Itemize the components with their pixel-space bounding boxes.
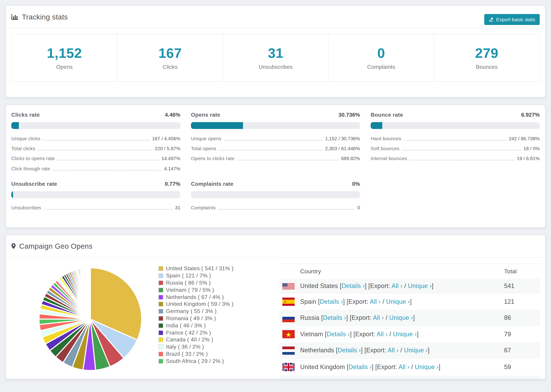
export-unique-link[interactable]: Unique ›: [389, 315, 413, 321]
geo-total-cell: 59: [504, 364, 540, 371]
country-name: Vietnam: [300, 331, 323, 338]
flag-us-icon: [282, 283, 295, 289]
rate-detail-label: Internal bounces: [371, 156, 407, 161]
stat-value: 31: [268, 45, 283, 61]
export-all-link[interactable]: All ›: [388, 347, 399, 354]
legend-swatch: [158, 316, 163, 321]
unsubscribe-rate-block: Unsubscribe rate0.77%Unsubscribes31: [11, 181, 180, 213]
legend-label: Germany ( 55 / 3% ): [166, 308, 217, 314]
details-link[interactable]: Details ›: [323, 315, 346, 321]
rate-detail-value: 18 / 0%: [523, 146, 540, 151]
clicks-rate-block: Clicks rate4.46%Unique clicks167 / 4.456…: [11, 112, 180, 173]
export-unique-link[interactable]: Unique ›: [386, 298, 410, 305]
legend-swatch: [158, 337, 163, 342]
stat-label: Clicks: [162, 64, 178, 70]
details-link[interactable]: Details ›: [349, 364, 372, 370]
rate-detail-label: Clicks to opens rate: [11, 156, 55, 161]
geo-country-cell: United States [Details ›] [Export: All ›…: [300, 283, 504, 290]
rate-value: 30.736%: [339, 112, 360, 118]
legend-label: Spain ( 121 / 7% ): [166, 273, 211, 279]
rates-card: Clicks rate4.46%Unique clicks167 / 4.456…: [6, 105, 545, 228]
export-unique-link[interactable]: Unique ›: [415, 364, 438, 370]
flag-nl-icon: [282, 347, 295, 355]
rate-detail-label: Hard bounces: [371, 136, 401, 141]
geo-table-row-nl: Netherlands [Details ›] [Export: All › /…: [280, 343, 540, 359]
export-all-link[interactable]: All ›: [373, 315, 384, 321]
export-all-link[interactable]: All ›: [399, 364, 410, 370]
export-unique-link[interactable]: Unique ›: [408, 283, 432, 290]
legend-label: Canada ( 40 / 2% ): [166, 337, 213, 343]
rate-title: Unsubscribe rate: [11, 181, 57, 187]
export-all-link[interactable]: All ›: [377, 331, 388, 338]
stat-complaints: 0Complaints: [328, 34, 434, 81]
geo-table-header-country: Country: [300, 268, 321, 275]
rate-value: 0.77%: [165, 181, 180, 187]
campaign-geo-header: Campaign Geo Opens: [6, 235, 545, 258]
legend-swatch: [158, 295, 163, 300]
bar-chart-icon: [11, 14, 19, 20]
export-unique-link[interactable]: Unique ›: [393, 331, 417, 338]
flag-ru-icon: [282, 314, 295, 322]
legend-item: Netherlands ( 67 / 4% ): [158, 294, 233, 301]
legend-swatch: [158, 359, 163, 364]
details-link[interactable]: Details ›: [342, 283, 365, 290]
stat-label: Opens: [56, 64, 72, 70]
rate-detail-value: 220 / 5.87%: [155, 146, 180, 151]
rate-detail-value: 689.82%: [341, 156, 360, 161]
rate-progress-bar: [371, 122, 540, 129]
rate-detail-row: Clicks to opens rate14.497%: [11, 154, 180, 163]
stat-opens: 1,152Opens: [12, 34, 117, 81]
geo-table-header: Country Total: [280, 264, 540, 279]
legend-item: United States ( 541 / 31% ): [158, 265, 233, 272]
legend-item: Germany ( 55 / 3% ): [158, 308, 233, 315]
rate-detail-value: 167 / 4.456%: [152, 136, 180, 141]
geo-total-cell: 541: [504, 283, 540, 290]
details-link[interactable]: Details ›: [327, 331, 350, 338]
rate-value: 6.927%: [521, 112, 540, 118]
rate-detail-row: Unique opens1,152 / 30.736%: [191, 133, 360, 143]
legend-label: South Africa ( 29 / 2% ): [166, 358, 224, 364]
export-all-link[interactable]: All ›: [391, 283, 403, 290]
legend-item: Russia ( 86 / 5% ): [158, 279, 233, 287]
rate-detail-label: Unique clicks: [11, 136, 40, 141]
legend-label: France ( 42 / 2% ): [166, 329, 211, 336]
rate-detail-row: Total clicks220 / 5.87%: [11, 143, 180, 154]
rate-detail-value: 31: [175, 205, 180, 210]
rate-progress-bar: [11, 191, 180, 198]
stat-clicks: 167Clicks: [117, 34, 223, 81]
geo-table-row-es: Spain [Details ›] [Export: All › / Uniqu…: [280, 294, 540, 310]
rate-detail-label: Complaints: [191, 205, 216, 210]
rate-detail-value: 1,152 / 30.736%: [325, 136, 360, 141]
rate-detail-value: 19 / 6.81%: [517, 156, 540, 161]
rate-detail-row: Internal bounces19 / 6.81%: [371, 154, 540, 163]
legend-item: Romania ( 49 / 3% ): [158, 315, 233, 322]
rate-detail-label: Soft bounces: [371, 146, 399, 151]
legend-label: Russia ( 86 / 5% ): [166, 280, 211, 286]
legend-item: India ( 46 / 3% ): [158, 322, 233, 329]
stats-summary-row: 1,152Opens167Clicks31Unsubscribes0Compla…: [11, 34, 540, 82]
legend-label: Netherlands ( 67 / 4% ): [166, 294, 224, 300]
details-link[interactable]: Details ›: [338, 347, 361, 354]
tracking-stats-title: Tracking stats: [11, 13, 68, 21]
stat-value: 167: [158, 45, 182, 61]
rate-value: 4.46%: [165, 112, 180, 118]
stat-value: 0: [377, 45, 385, 61]
legend-label: Brazil ( 33 / 2% ): [166, 351, 208, 357]
rate-detail-row: Unique clicks167 / 4.456%: [11, 133, 180, 143]
rate-detail-label: Opens to clicks rate: [191, 156, 234, 161]
geo-total-cell: 86: [504, 315, 540, 322]
legend-label: Italy ( 36 / 2% ): [166, 344, 204, 350]
legend-swatch: [158, 323, 163, 328]
geo-country-table: Country Total United States [Details ›] …: [280, 264, 540, 379]
rate-detail-row: Complaints0: [191, 203, 360, 213]
geo-total-cell: 121: [504, 298, 540, 305]
campaign-geo-title-text: Campaign Geo Opens: [19, 242, 92, 250]
stat-label: Complaints: [367, 64, 395, 70]
campaign-geo-card: Campaign Geo Opens United States ( 541 /…: [6, 235, 545, 379]
export-all-link[interactable]: All ›: [370, 298, 381, 305]
export-basic-stats-button[interactable]: Export basic stats: [484, 14, 540, 25]
details-link[interactable]: Details ›: [320, 298, 343, 305]
rate-detail-label: Unique opens: [191, 136, 221, 141]
legend-item: Italy ( 36 / 2% ): [158, 343, 233, 351]
export-unique-link[interactable]: Unique ›: [404, 347, 428, 354]
